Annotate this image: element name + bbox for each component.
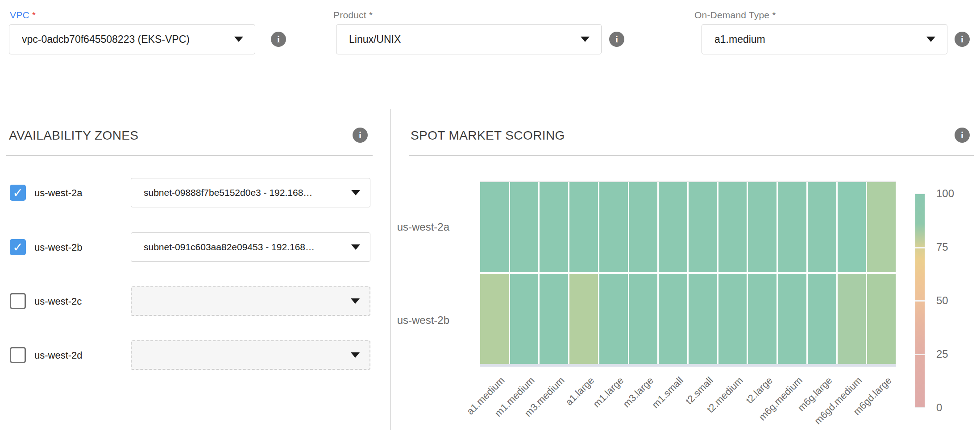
heatmap-col-label-m1.large: m1.large <box>591 375 626 410</box>
heatmap-col-label-m3.large: m3.large <box>621 375 656 410</box>
checkmark-icon: ✓ <box>12 240 23 255</box>
availability-zones-divider <box>6 155 373 156</box>
colorbar-tickline-75 <box>915 247 925 248</box>
heatmap-colorbar <box>915 194 925 408</box>
spot-market-divider <box>409 155 974 156</box>
colorbar-tick-label-0: 0 <box>936 401 942 414</box>
heatmap-cell-us-west-2a-m1.large <box>599 182 628 272</box>
product-select-value: Linux/UNIX <box>336 33 581 45</box>
product-select[interactable]: Linux/UNIX <box>336 24 602 54</box>
heatmap-cell-us-west-2a-m6g.large <box>808 182 836 272</box>
heatmap-cell-us-west-2a-a1.large <box>569 182 598 272</box>
vpc-info-icon[interactable]: i <box>271 32 286 47</box>
product-label: Product* <box>333 10 373 21</box>
spot-market-scoring-title: SPOT MARKET SCORING <box>411 128 565 143</box>
on-demand-type-select-value: a1.medium <box>702 33 926 45</box>
vpc-label: VPC* <box>10 10 36 21</box>
heatmap-cell-us-west-2b-t2.small <box>689 274 717 364</box>
chevron-down-icon <box>581 37 590 42</box>
heatmap-cell-us-west-2b-m6gd.medium <box>838 274 866 364</box>
heatmap-cell-us-west-2b-m3.medium <box>540 274 568 364</box>
colorbar-tickline-25 <box>915 354 925 355</box>
product-info-icon[interactable]: i <box>609 32 624 47</box>
colorbar-tickline-50 <box>915 300 925 302</box>
heatmap-cell-us-west-2b-m6gd.large <box>867 274 896 364</box>
heatmap-cell-us-west-2a-m3.medium <box>540 182 568 272</box>
zone-checkbox-us-west-2c[interactable] <box>10 293 26 309</box>
heatmap-cell-us-west-2b-m3.large <box>629 274 658 364</box>
zone-subnet-select-us-west-2d[interactable] <box>131 340 370 370</box>
heatmap-column-labels: a1.mediumm1.mediumm3.mediuma1.largem1.la… <box>480 367 896 430</box>
zone-label-us-west-2b: us-west-2b <box>34 242 83 253</box>
heatmap-row-label-us-west-2b: us-west-2b <box>397 314 449 327</box>
on-demand-type-label: On-Demand Type* <box>694 10 776 21</box>
heatmap <box>480 182 896 364</box>
chevron-down-icon <box>926 37 935 42</box>
heatmap-cell-us-west-2a-a1.medium <box>480 182 509 272</box>
zone-subnet-select-us-west-2b[interactable]: subnet-091c603aa82e09453 - 192.168… <box>131 232 370 262</box>
heatmap-colorbar-labels: 1007550250 <box>936 194 972 408</box>
heatmap-cell-us-west-2b-t2.large <box>748 274 777 364</box>
spot-market-info-icon[interactable]: i <box>955 128 970 143</box>
heatmap-cell-us-west-2a-t2.large <box>748 182 777 272</box>
heatmap-row-label-us-west-2a: us-west-2a <box>397 221 449 233</box>
heatmap-cell-us-west-2b-t2.medium <box>718 274 747 364</box>
heatmap-frame <box>480 181 896 367</box>
availability-zones-info-icon[interactable]: i <box>353 128 368 143</box>
heatmap-cell-us-west-2a-t2.small <box>689 182 717 272</box>
heatmap-cell-us-west-2b-a1.large <box>569 274 598 364</box>
heatmap-cell-us-west-2a-m1.medium <box>510 182 539 272</box>
heatmap-col-label-m1.small: m1.small <box>650 375 686 411</box>
colorbar-tick-label-75: 75 <box>936 241 948 253</box>
colorbar-tick-label-100: 100 <box>936 187 954 200</box>
colorbar-tick-label-50: 50 <box>936 294 948 307</box>
zone-label-us-west-2c: us-west-2c <box>34 296 82 307</box>
heatmap-cell-us-west-2b-m6g.large <box>808 274 836 364</box>
colorbar-tick-label-25: 25 <box>936 348 948 360</box>
on-demand-type-info-icon[interactable]: i <box>955 32 970 47</box>
heatmap-cell-us-west-2b-m6g.medium <box>778 274 806 364</box>
checkmark-icon: ✓ <box>12 186 23 200</box>
heatmap-cell-us-west-2a-m3.large <box>629 182 658 272</box>
heatmap-cell-us-west-2b-m1.large <box>599 274 628 364</box>
zone-label-us-west-2a: us-west-2a <box>34 187 83 199</box>
on-demand-type-select[interactable]: a1.medium <box>702 24 947 54</box>
zone-checkbox-us-west-2d[interactable] <box>10 347 26 363</box>
zone-subnet-value: subnet-09888f7be5152d0e3 - 192.168… <box>131 187 351 198</box>
heatmap-row-labels: us-west-2aus-west-2b <box>357 181 449 367</box>
zone-label-us-west-2d: us-west-2d <box>34 350 83 361</box>
heatmap-cell-us-west-2b-m1.small <box>659 274 687 364</box>
zone-subnet-value: subnet-091c603aa82e09453 - 192.168… <box>131 242 351 252</box>
zone-checkbox-us-west-2a[interactable]: ✓ <box>10 185 26 201</box>
heatmap-col-label-a1.large: a1.large <box>563 375 597 408</box>
heatmap-cell-us-west-2a-m1.small <box>659 182 687 272</box>
vpc-select[interactable]: vpc-0adcb70f645508223 (EKS-VPC) <box>9 24 255 54</box>
heatmap-cell-us-west-2a-m6gd.medium <box>838 182 866 272</box>
availability-zones-title: AVAILABILITY ZONES <box>9 128 138 143</box>
heatmap-cell-us-west-2b-m1.medium <box>510 274 539 364</box>
heatmap-cell-us-west-2a-m6g.medium <box>778 182 806 272</box>
heatmap-cell-us-west-2b-a1.medium <box>480 274 509 364</box>
heatmap-cell-us-west-2a-m6gd.large <box>867 182 896 272</box>
heatmap-cell-us-west-2a-t2.medium <box>718 182 747 272</box>
vpc-select-value: vpc-0adcb70f645508223 (EKS-VPC) <box>9 33 234 45</box>
zone-checkbox-us-west-2b[interactable]: ✓ <box>10 239 26 255</box>
zone-subnet-select-us-west-2a[interactable]: subnet-09888f7be5152d0e3 - 192.168… <box>131 178 370 207</box>
chevron-down-icon <box>234 37 243 42</box>
zone-subnet-select-us-west-2c[interactable] <box>131 286 370 316</box>
